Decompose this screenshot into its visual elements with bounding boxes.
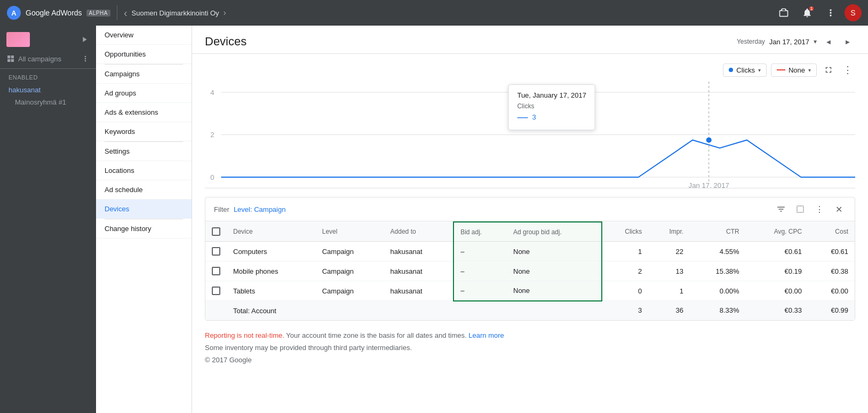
nav-item-ad-groups[interactable]: Ad groups bbox=[96, 84, 192, 103]
tooltip-value: — 3 bbox=[517, 111, 586, 123]
date-label: Yesterday bbox=[737, 38, 765, 45]
nav-item-ad-schedule[interactable]: Ad schedule bbox=[96, 180, 192, 200]
nav-divider bbox=[117, 5, 117, 20]
alpha-badge: ALPHA bbox=[86, 10, 110, 17]
select-all-checkbox[interactable] bbox=[212, 227, 220, 236]
col-header-added-to[interactable]: Added to bbox=[384, 222, 454, 242]
table-more-button[interactable]: ⋮ bbox=[812, 202, 827, 217]
campaign-name: hakusanat bbox=[9, 86, 41, 94]
all-campaigns-label: All campaigns bbox=[18, 55, 78, 63]
nav-item-campaigns[interactable]: Campaigns bbox=[96, 65, 192, 84]
nav-item-overview[interactable]: Overview bbox=[96, 26, 192, 45]
back-button[interactable]: ‹ bbox=[124, 7, 128, 19]
tooltip-number: 3 bbox=[532, 113, 536, 121]
none-dot bbox=[777, 69, 785, 70]
row-3-level: Campaign bbox=[316, 281, 384, 301]
row-3-bid-adj: – bbox=[453, 281, 507, 301]
table-close-button[interactable]: ✕ bbox=[831, 202, 846, 217]
filter-icon-button[interactable] bbox=[774, 202, 789, 217]
svg-text:Jan 17, 2017: Jan 17, 2017 bbox=[689, 181, 729, 188]
total-avg-cpc: €0.33 bbox=[746, 301, 808, 320]
row-3-device: Tablets bbox=[227, 281, 316, 301]
table-section: Filter Level: Campaign ⋮ ✕ bbox=[205, 197, 855, 321]
footer-warning: Reporting is not real-time. bbox=[205, 331, 284, 339]
row-2-added-to[interactable]: hakusanat bbox=[384, 261, 454, 281]
nav-item-ads-extensions[interactable]: Ads & extensions bbox=[96, 103, 192, 122]
col-header-level[interactable]: Level bbox=[316, 222, 384, 242]
clicks-dot bbox=[729, 68, 733, 72]
row-1-level: Campaign bbox=[316, 242, 384, 261]
col-header-device[interactable]: Device bbox=[227, 222, 316, 242]
col-header-impr[interactable]: Impr. bbox=[648, 222, 690, 242]
nav-item-keywords[interactable]: Keywords bbox=[96, 122, 192, 141]
row-checkbox-cell-1[interactable] bbox=[205, 242, 227, 261]
row-2-avg-cpc: €0.19 bbox=[746, 261, 808, 281]
row-1-added-to[interactable]: hakusanat bbox=[384, 242, 454, 261]
chart-expand-button[interactable] bbox=[821, 62, 836, 77]
chart-toolbar: Clicks ▾ None ▾ ⋮ bbox=[205, 62, 855, 77]
date-next-button[interactable]: ► bbox=[840, 34, 855, 49]
filter-icon bbox=[776, 204, 786, 214]
footer-learn-more-link[interactable]: Learn more bbox=[468, 331, 504, 339]
row-checkbox-cell-2[interactable] bbox=[205, 261, 227, 281]
date-dropdown-arrow[interactable]: ▾ bbox=[814, 38, 817, 45]
notifications-button[interactable]: 1 bbox=[798, 3, 817, 22]
total-clicks: 3 bbox=[602, 301, 649, 320]
table-toolbar: Filter Level: Campaign ⋮ ✕ bbox=[205, 197, 855, 221]
row-1-checkbox[interactable] bbox=[212, 247, 220, 256]
nav-item-opportunities[interactable]: Opportunities bbox=[96, 45, 192, 64]
more-icon[interactable] bbox=[81, 54, 90, 63]
total-checkbox-cell bbox=[205, 301, 227, 320]
col-header-cost[interactable]: Cost bbox=[808, 222, 855, 242]
clicks-metric-pill[interactable]: Clicks ▾ bbox=[723, 63, 767, 77]
col-header-bid-adj[interactable]: Bid adj. bbox=[453, 222, 507, 242]
expand-chart-icon bbox=[824, 65, 833, 75]
svg-text:4: 4 bbox=[210, 89, 214, 97]
total-impr: 36 bbox=[648, 301, 690, 320]
enabled-label: Enabled bbox=[0, 71, 96, 84]
col-header-avg-cpc[interactable]: Avg. CPC bbox=[746, 222, 808, 242]
total-label: Total: Account bbox=[227, 301, 602, 320]
row-2-cost: €0.38 bbox=[808, 261, 855, 281]
date-range-selector[interactable]: Yesterday Jan 17, 2017 ▾ ◄ ► bbox=[737, 34, 855, 49]
svg-text:A: A bbox=[11, 9, 17, 17]
row-3-added-to[interactable]: hakusanat bbox=[384, 281, 454, 301]
top-navigation: A Google AdWords ALPHA ‹ Suomen Digimark… bbox=[0, 0, 868, 26]
row-1-cost: €0.61 bbox=[808, 242, 855, 261]
sidebar-adgroup-item[interactable]: Mainosryhmä #1 bbox=[0, 96, 96, 108]
clicks-label: Clicks bbox=[736, 66, 755, 74]
select-all-header[interactable] bbox=[205, 222, 227, 242]
col-header-ctr[interactable]: CTR bbox=[690, 222, 746, 242]
row-checkbox-cell-3[interactable] bbox=[205, 281, 227, 301]
col-header-ag-bid-adj[interactable]: Ad group bid adj. bbox=[507, 222, 602, 242]
svg-text:0: 0 bbox=[210, 173, 214, 181]
all-campaigns-row[interactable]: All campaigns bbox=[0, 51, 96, 66]
nav-item-change-history[interactable]: Change history bbox=[96, 219, 192, 239]
nav-item-devices[interactable]: Devices bbox=[96, 200, 192, 219]
filter-label: Filter bbox=[214, 205, 229, 213]
date-prev-button[interactable]: ◄ bbox=[821, 34, 836, 49]
sidebar-campaign-item[interactable]: hakusanat bbox=[0, 84, 96, 96]
filter-value[interactable]: Level: Campaign bbox=[234, 205, 286, 213]
row-3-cost: €0.00 bbox=[808, 281, 855, 301]
expand-icon bbox=[80, 35, 89, 44]
nav-item-locations[interactable]: Locations bbox=[96, 161, 192, 180]
chart-container: Clicks ▾ None ▾ ⋮ 4 2 0 bbox=[192, 54, 868, 197]
none-chevron-icon: ▾ bbox=[808, 67, 811, 73]
briefcase-button[interactable] bbox=[774, 3, 793, 22]
sidebar-expand-button[interactable] bbox=[79, 34, 90, 45]
tooltip-dash: — bbox=[517, 111, 528, 123]
none-metric-pill[interactable]: None ▾ bbox=[771, 63, 817, 77]
page-title: Devices bbox=[205, 35, 246, 49]
row-3-checkbox[interactable] bbox=[212, 287, 220, 295]
chart-more-button[interactable]: ⋮ bbox=[840, 62, 855, 77]
footer-line-1: Reporting is not real-time. Your account… bbox=[205, 329, 855, 341]
columns-icon-button[interactable] bbox=[793, 202, 808, 217]
settings-more-button[interactable] bbox=[821, 3, 840, 22]
row-2-checkbox[interactable] bbox=[212, 267, 220, 275]
user-avatar[interactable]: S bbox=[845, 4, 862, 21]
nav-item-settings[interactable]: Settings bbox=[96, 142, 192, 161]
account-selector[interactable]: Suomen Digimarkkinointi Oy › bbox=[132, 8, 226, 18]
col-header-clicks[interactable]: Clicks bbox=[602, 222, 649, 242]
account-arrow-icon: › bbox=[224, 8, 226, 18]
